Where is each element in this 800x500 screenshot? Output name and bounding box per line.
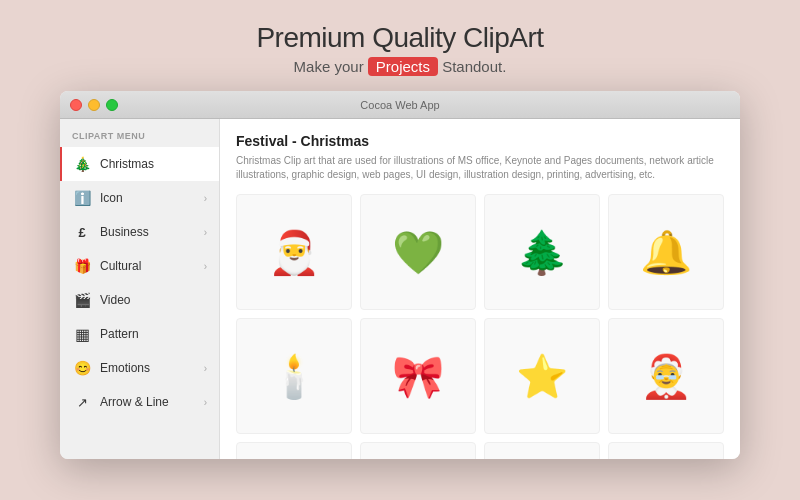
subtitle-after: Standout.: [438, 58, 506, 75]
sidebar-item-arrow-line[interactable]: ↗ Arrow & Line ›: [60, 385, 219, 419]
clipart-star-wreath[interactable]: ⭐: [484, 318, 600, 434]
app-subtitle: Make your Projects Standout.: [0, 58, 800, 75]
sidebar-label-cultural: Cultural: [100, 259, 204, 273]
clipart-ornament-clock[interactable]: ⏰: [484, 442, 600, 459]
clipart-santa-chimney[interactable]: 🎅: [236, 194, 352, 310]
sidebar-label-arrow-line: Arrow & Line: [100, 395, 204, 409]
clipart-santa-bag[interactable]: 🤶: [608, 318, 724, 434]
sidebar-item-icon[interactable]: ℹ️ Icon ›: [60, 181, 219, 215]
sidebar-label-emotions: Emotions: [100, 361, 204, 375]
info-icon: ℹ️: [72, 188, 92, 208]
sidebar-item-pattern[interactable]: ▦ Pattern: [60, 317, 219, 351]
sidebar-item-video[interactable]: 🎬 Video: [60, 283, 219, 317]
subtitle-highlight: Projects: [368, 57, 438, 76]
window-close-button[interactable]: [70, 99, 82, 111]
clipart-wreath[interactable]: 💚: [360, 194, 476, 310]
sidebar-label-business: Business: [100, 225, 204, 239]
sidebar-item-christmas[interactable]: 🎄 Christmas: [60, 147, 219, 181]
emotions-icon: 😊: [72, 358, 92, 378]
subtitle-before: Make your: [294, 58, 368, 75]
christmas-icon: 🎄: [72, 154, 92, 174]
clipart-bow[interactable]: 🎀: [360, 318, 476, 434]
main-content: Festival - Christmas Christmas Clip art …: [220, 119, 740, 459]
app-title: Premium Quality ClipArt: [0, 22, 800, 54]
sidebar-label-icon: Icon: [100, 191, 204, 205]
pattern-icon: ▦: [72, 324, 92, 344]
video-icon: 🎬: [72, 290, 92, 310]
sidebar-item-cultural[interactable]: 🎁 Cultural ›: [60, 249, 219, 283]
window-buttons: [70, 99, 118, 111]
sidebar-label-video: Video: [100, 293, 207, 307]
clipart-treasure-chest[interactable]: 🏆: [236, 442, 352, 459]
app-window: Cocoa Web App CLIPART MENU 🎄 Christmas ℹ…: [60, 91, 740, 459]
chevron-right-icon: ›: [204, 193, 207, 204]
content-description: Christmas Clip art that are used for ill…: [236, 154, 724, 182]
window-titlebar: Cocoa Web App: [60, 91, 740, 119]
clipart-teddy-balloon[interactable]: 🧸: [360, 442, 476, 459]
clipart-grid: 🎅 💚 🌲 🔔 🕯️ 🎀 ⭐ 🤶 🏆 🧸 ⏰ 🎁: [236, 194, 724, 459]
sidebar-header: CLIPART MENU: [60, 127, 219, 147]
sidebar-label-christmas: Christmas: [100, 157, 207, 171]
business-icon: £: [72, 222, 92, 242]
chevron-right-icon: ›: [204, 261, 207, 272]
chevron-right-icon: ›: [204, 363, 207, 374]
window-title: Cocoa Web App: [360, 99, 439, 111]
clipart-bells[interactable]: 🔔: [608, 194, 724, 310]
chevron-right-icon: ›: [204, 397, 207, 408]
sidebar-item-emotions[interactable]: 😊 Emotions ›: [60, 351, 219, 385]
sidebar-label-pattern: Pattern: [100, 327, 207, 341]
clipart-christmas-tree[interactable]: 🌲: [484, 194, 600, 310]
window-body: CLIPART MENU 🎄 Christmas ℹ️ Icon › £ Bus…: [60, 119, 740, 459]
chevron-right-icon: ›: [204, 227, 207, 238]
cultural-icon: 🎁: [72, 256, 92, 276]
app-header: Premium Quality ClipArt Make your Projec…: [0, 0, 800, 91]
window-maximize-button[interactable]: [106, 99, 118, 111]
sidebar: CLIPART MENU 🎄 Christmas ℹ️ Icon › £ Bus…: [60, 119, 220, 459]
clipart-gift-boxes[interactable]: 🎁: [608, 442, 724, 459]
sidebar-item-business[interactable]: £ Business ›: [60, 215, 219, 249]
content-title: Festival - Christmas: [236, 133, 724, 149]
window-minimize-button[interactable]: [88, 99, 100, 111]
clipart-candles[interactable]: 🕯️: [236, 318, 352, 434]
arrow-line-icon: ↗: [72, 392, 92, 412]
